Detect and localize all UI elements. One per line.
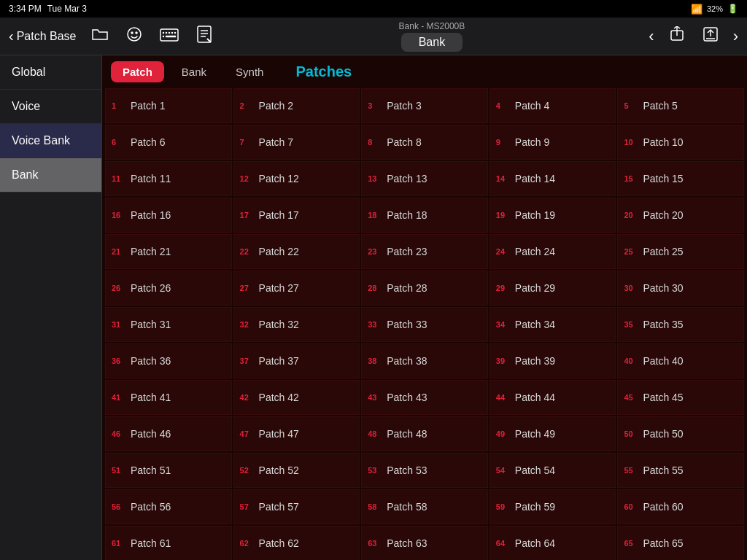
patch-cell[interactable]: 6Patch 6 bbox=[105, 125, 232, 160]
patch-cell[interactable]: 44Patch 44 bbox=[489, 380, 616, 415]
patch-name: Patch 27 bbox=[259, 282, 299, 294]
patch-cell[interactable]: 13Patch 13 bbox=[361, 161, 488, 196]
patch-cell[interactable]: 42Patch 42 bbox=[233, 380, 360, 415]
patch-cell[interactable]: 18Patch 18 bbox=[361, 198, 488, 233]
patch-cell[interactable]: 3Patch 3 bbox=[361, 88, 488, 123]
tab-patch[interactable]: Patch bbox=[111, 61, 164, 82]
tab-synth[interactable]: Synth bbox=[224, 61, 275, 82]
patch-name: Patch 4 bbox=[515, 100, 549, 112]
sidebar-item-voice-bank[interactable]: Voice Bank bbox=[0, 124, 101, 158]
patch-cell[interactable]: 1Patch 1 bbox=[105, 88, 232, 123]
patch-cell[interactable]: 57Patch 57 bbox=[233, 489, 360, 524]
patch-cell[interactable]: 22Patch 22 bbox=[233, 234, 360, 269]
folder-button[interactable] bbox=[88, 23, 112, 50]
patch-cell[interactable]: 20Patch 20 bbox=[617, 198, 744, 233]
patch-cell[interactable]: 27Patch 27 bbox=[233, 271, 360, 306]
patch-cell[interactable]: 12Patch 12 bbox=[233, 161, 360, 196]
patch-cell[interactable]: 53Patch 53 bbox=[361, 453, 488, 488]
patch-cell[interactable]: 49Patch 49 bbox=[489, 416, 616, 451]
patch-cell[interactable]: 25Patch 25 bbox=[617, 234, 744, 269]
patch-cell[interactable]: 59Patch 59 bbox=[489, 489, 616, 524]
patch-cell[interactable]: 4Patch 4 bbox=[489, 88, 616, 123]
bank-pill[interactable]: Bank bbox=[401, 33, 462, 52]
patch-cell[interactable]: 41Patch 41 bbox=[105, 380, 232, 415]
share-button[interactable] bbox=[666, 23, 688, 50]
patch-cell[interactable]: 16Patch 16 bbox=[105, 198, 232, 233]
patch-cell[interactable]: 8Patch 8 bbox=[361, 125, 488, 160]
patch-number: 32 bbox=[240, 320, 255, 329]
patch-cell[interactable]: 50Patch 50 bbox=[617, 416, 744, 451]
patch-cell[interactable]: 31Patch 31 bbox=[105, 307, 232, 342]
patch-number: 27 bbox=[240, 284, 255, 292]
sidebar: Global Voice Voice Bank Bank bbox=[0, 55, 102, 560]
patch-cell[interactable]: 58Patch 58 bbox=[361, 489, 488, 524]
patch-cell[interactable]: 24Patch 24 bbox=[489, 234, 616, 269]
patch-name: Patch 39 bbox=[515, 355, 555, 367]
battery-icon: 🔋 bbox=[727, 4, 738, 14]
patch-cell[interactable]: 65Patch 65 bbox=[617, 526, 744, 560]
patch-number: 64 bbox=[496, 539, 511, 548]
next-bank-button[interactable]: › bbox=[733, 27, 738, 46]
patch-cell[interactable]: 30Patch 30 bbox=[617, 271, 744, 306]
tab-bank[interactable]: Bank bbox=[170, 61, 218, 82]
patch-cell[interactable]: 48Patch 48 bbox=[361, 416, 488, 451]
patch-cell[interactable]: 19Patch 19 bbox=[489, 198, 616, 233]
patch-cell[interactable]: 64Patch 64 bbox=[489, 526, 616, 560]
patch-cell[interactable]: 60Patch 60 bbox=[617, 489, 744, 524]
patch-cell[interactable]: 45Patch 45 bbox=[617, 380, 744, 415]
patch-cell[interactable]: 62Patch 62 bbox=[233, 526, 360, 560]
patch-cell[interactable]: 47Patch 47 bbox=[233, 416, 360, 451]
patch-number: 13 bbox=[368, 174, 382, 183]
patch-cell[interactable]: 40Patch 40 bbox=[617, 343, 744, 378]
patch-number: 18 bbox=[368, 211, 382, 219]
sidebar-item-voice[interactable]: Voice bbox=[0, 90, 101, 124]
patch-cell[interactable]: 43Patch 43 bbox=[361, 380, 488, 415]
patch-cell[interactable]: 21Patch 21 bbox=[105, 234, 232, 269]
patch-name: Patch 6 bbox=[131, 136, 165, 148]
patch-cell[interactable]: 61Patch 61 bbox=[105, 526, 232, 560]
patch-cell[interactable]: 14Patch 14 bbox=[489, 161, 616, 196]
export-button[interactable] bbox=[700, 23, 721, 50]
patch-cell[interactable]: 2Patch 2 bbox=[233, 88, 360, 123]
patch-cell[interactable]: 11Patch 11 bbox=[105, 161, 232, 196]
face-button[interactable] bbox=[123, 23, 145, 50]
patch-cell[interactable]: 7Patch 7 bbox=[233, 125, 360, 160]
patch-cell[interactable]: 38Patch 38 bbox=[361, 343, 488, 378]
patch-cell[interactable]: 33Patch 33 bbox=[361, 307, 488, 342]
patch-cell[interactable]: 26Patch 26 bbox=[105, 271, 232, 306]
patch-name: Patch 29 bbox=[515, 282, 555, 294]
patch-cell[interactable]: 9Patch 9 bbox=[489, 125, 616, 160]
patch-cell[interactable]: 32Patch 32 bbox=[233, 307, 360, 342]
prev-bank-button[interactable]: ‹ bbox=[649, 27, 654, 46]
patch-cell[interactable]: 56Patch 56 bbox=[105, 489, 232, 524]
patch-cell[interactable]: 55Patch 55 bbox=[617, 453, 744, 488]
patch-number: 34 bbox=[496, 320, 511, 329]
patch-number: 33 bbox=[368, 320, 382, 329]
wifi-icon: 📶 bbox=[691, 4, 703, 15]
patch-cell[interactable]: 46Patch 46 bbox=[105, 416, 232, 451]
sidebar-item-bank[interactable]: Bank bbox=[0, 158, 101, 192]
notes-button[interactable] bbox=[193, 23, 215, 50]
patch-cell[interactable]: 23Patch 23 bbox=[361, 234, 488, 269]
patch-cell[interactable]: 39Patch 39 bbox=[489, 343, 616, 378]
patch-cell[interactable]: 5Patch 5 bbox=[617, 88, 744, 123]
patch-cell[interactable]: 28Patch 28 bbox=[361, 271, 488, 306]
patch-cell[interactable]: 35Patch 35 bbox=[617, 307, 744, 342]
keyboard-button[interactable] bbox=[157, 23, 182, 50]
patch-cell[interactable]: 63Patch 63 bbox=[361, 526, 488, 560]
patch-cell[interactable]: 37Patch 37 bbox=[233, 343, 360, 378]
patch-cell[interactable]: 17Patch 17 bbox=[233, 198, 360, 233]
patch-cell[interactable]: 36Patch 36 bbox=[105, 343, 232, 378]
patch-cell[interactable]: 34Patch 34 bbox=[489, 307, 616, 342]
patch-cell[interactable]: 10Patch 10 bbox=[617, 125, 744, 160]
patch-cell[interactable]: 15Patch 15 bbox=[617, 161, 744, 196]
patch-cell[interactable]: 29Patch 29 bbox=[489, 271, 616, 306]
patch-cell[interactable]: 52Patch 52 bbox=[233, 453, 360, 488]
battery-display: 32% bbox=[707, 4, 723, 13]
sidebar-item-global[interactable]: Global bbox=[0, 55, 101, 90]
patch-cell[interactable]: 54Patch 54 bbox=[489, 453, 616, 488]
patch-cell[interactable]: 51Patch 51 bbox=[105, 453, 232, 488]
patch-grid-container[interactable]: 1Patch 12Patch 23Patch 34Patch 45Patch 5… bbox=[102, 88, 747, 560]
patch-name: Patch 34 bbox=[515, 319, 555, 330]
back-button[interactable]: ‹ Patch Base bbox=[9, 28, 77, 44]
